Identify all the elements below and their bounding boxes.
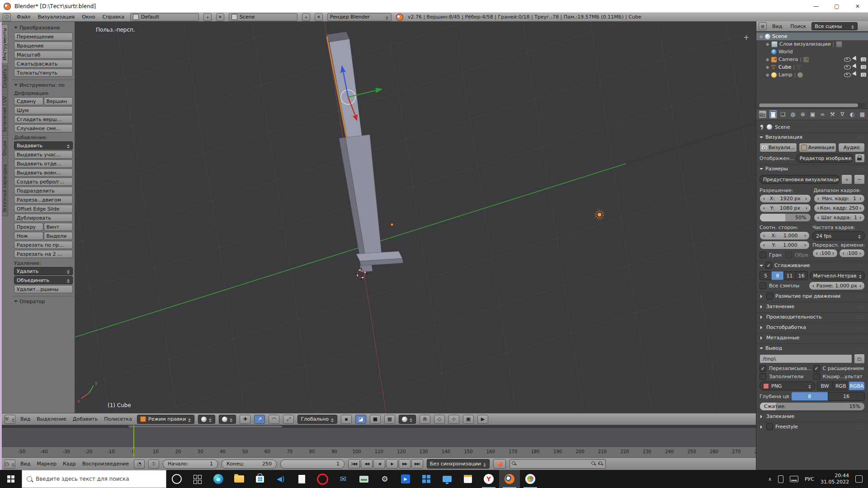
renderability-camera-icon[interactable] — [861, 73, 866, 77]
panel-header-Метаданные[interactable]: Метаданные:::: — [756, 333, 868, 342]
taskbar-icon-krita[interactable] — [520, 470, 541, 488]
panel-header-output[interactable]: Вывод:::: — [756, 343, 868, 352]
panel-header-Постобработка[interactable]: Постобработка:::: — [756, 323, 868, 332]
outliner-item-Camera[interactable]: ⊕Camera| — [756, 56, 868, 63]
panel-header-antialiasing[interactable]: Сглаживание:::: — [756, 261, 868, 270]
transform-orientation-dropdown[interactable]: Глобально — [297, 415, 337, 424]
outliner-menu-Поиск[interactable]: Поиск — [789, 23, 807, 29]
menu-Файл[interactable]: Файл — [15, 14, 32, 20]
shelf-tab[interactable]: Затенение / UV — [2, 93, 8, 136]
lamp-object[interactable] — [594, 209, 605, 220]
render-opengl-anim-icon[interactable]: ▶ — [477, 415, 488, 424]
prev-keyframe-button[interactable]: ◀◀ — [361, 459, 373, 469]
taskbar-icon-opera[interactable] — [312, 470, 333, 488]
visibility-eye-icon[interactable] — [844, 73, 851, 77]
filter-size-field[interactable]: Разме: 1.000 px — [809, 282, 865, 290]
properties-tab-object-data[interactable]: ∇ — [839, 110, 846, 118]
taskbar-icon-movies-tv[interactable]: ▶ — [395, 470, 416, 488]
tool-button[interactable]: Разреза...двигом — [14, 196, 73, 204]
sync-dropdown[interactable]: Без синхронизации — [427, 459, 490, 469]
properties-tab-texture[interactable]: ▦ — [859, 110, 866, 118]
crop-checkbox[interactable]: Обре — [785, 252, 809, 258]
occlude-geometry-icon[interactable]: ▦ — [384, 415, 395, 424]
properties-tab-world[interactable]: ⊕ — [799, 110, 807, 118]
tool-button[interactable]: Винт — [44, 223, 73, 231]
expand-icon[interactable]: ⊕ — [765, 57, 769, 62]
tool-button[interactable]: Перемещение — [14, 33, 73, 41]
notifications-icon[interactable] — [855, 475, 863, 483]
close-button[interactable]: ✕ — [847, 0, 868, 13]
selectability-cursor-icon[interactable] — [852, 63, 859, 71]
panel-checkbox[interactable] — [766, 293, 773, 300]
play-reverse-button[interactable]: ◀ — [373, 459, 385, 469]
file-extensions-checkbox[interactable]: С расширением — [813, 365, 865, 372]
aa-filter-dropdown[interactable]: Митчелл-Нетрав — [810, 271, 865, 280]
taskbar-icon-blue-tiles-app[interactable] — [416, 470, 437, 488]
file-format-dropdown[interactable]: PNG — [760, 381, 815, 390]
taskbar-icon-yandex-browser[interactable]: Y — [478, 470, 499, 488]
properties-tab-render-layers[interactable]: ❏ — [779, 110, 787, 118]
shelf-tab[interactable]: Инструменты — [2, 24, 8, 64]
taskbar-icon-file-explorer[interactable] — [229, 470, 250, 488]
screen-layout-selector[interactable]: Default — [130, 13, 199, 21]
add-region-plus-icon[interactable]: + — [743, 33, 749, 42]
timeline-playhead[interactable] — [133, 425, 134, 457]
aa-sample-5[interactable]: 5 — [760, 271, 772, 280]
outliner-item-Lamp[interactable]: ⊕Lamp| — [756, 71, 868, 79]
taskbar-icon-system-monitor[interactable] — [354, 470, 374, 488]
lock-interface-button[interactable] — [855, 154, 865, 163]
cache-result-checkbox[interactable]: Кэшир...ультат — [813, 373, 865, 380]
border-checkbox[interactable]: Гран — [760, 252, 783, 258]
keying-set-field[interactable]: ✕ — [509, 459, 606, 469]
language-indicator[interactable]: РУС — [805, 476, 814, 482]
playback-range-icon[interactable]: ◔ — [134, 460, 145, 469]
tool-button[interactable]: Сгладить верш... — [14, 115, 73, 123]
panel-header-Размытие при движении[interactable]: Размытие при движении:::: — [756, 291, 868, 300]
render-button[interactable]: Визуали... — [760, 143, 797, 152]
taskbar-icon-remote-app[interactable] — [437, 470, 458, 488]
tool-button[interactable]: Дублировать — [14, 214, 73, 222]
frame-end-field[interactable]: Кон. кадр:250 — [814, 204, 865, 212]
keyboard-icon[interactable] — [790, 476, 798, 482]
selectability-cursor-icon[interactable] — [852, 56, 859, 63]
manipulator-rotate-icon[interactable]: ◠ — [269, 415, 279, 424]
taskbar-icon-blender[interactable] — [499, 470, 520, 488]
channel-RGBA[interactable]: RGBA — [849, 381, 865, 390]
edge-select-icon[interactable]: ◪ — [355, 415, 366, 424]
aa-sample-11[interactable]: 11 — [783, 271, 796, 280]
editor-type-3dview-icon[interactable]: ⛨ — [5, 415, 15, 424]
next-keyframe-button[interactable]: ▶▶ — [399, 459, 410, 469]
renderability-camera-icon[interactable] — [861, 65, 866, 69]
delete-keyframe-icon[interactable]: ✕ — [598, 461, 604, 467]
viewport-shading-dropdown[interactable] — [198, 415, 215, 424]
snap-target-icon[interactable]: ⊹ — [448, 415, 459, 424]
taskbar-icon-notepad[interactable] — [291, 470, 312, 488]
timeline-menu-Кадр[interactable]: Кадр — [61, 461, 77, 467]
editor-type-timeline-icon[interactable]: ◷ — [5, 460, 15, 469]
clock[interactable]: 20:4431.05.2022 — [821, 473, 849, 485]
taskbar-icon-store[interactable] — [250, 470, 270, 488]
snap-element-icon[interactable]: ◇ — [434, 415, 445, 424]
manipulator-scale-icon[interactable]: ⤢ — [283, 415, 294, 424]
maximize-button[interactable]: ▢ — [826, 0, 847, 13]
taskbar-icon-mail[interactable]: ✉ — [333, 470, 354, 488]
tool-button[interactable]: Шум — [14, 106, 73, 114]
menu-Справка[interactable]: Справка — [101, 14, 125, 20]
expand-icon[interactable]: ⊖ — [759, 34, 763, 39]
render-engine-selector[interactable]: Рендер Blender — [327, 13, 392, 21]
snap-magnet-icon[interactable]: ⋒ — [420, 415, 430, 424]
render-presets-dropdown[interactable]: Предустановки визуализации — [760, 175, 840, 184]
aa-sample-8[interactable]: 8 — [771, 271, 783, 280]
pin-icon[interactable] — [760, 125, 764, 129]
properties-tab-render[interactable]: ◙ — [769, 110, 777, 118]
shelf-tab[interactable]: Опции — [2, 137, 8, 160]
taskbar-icon-task-view[interactable] — [187, 470, 208, 488]
tool-button[interactable]: Подразделить — [14, 187, 73, 195]
current-frame-field[interactable]: 1 — [280, 460, 344, 469]
add-preset-button[interactable]: ＋ — [841, 174, 852, 184]
audio-button[interactable]: Аудио — [838, 143, 865, 152]
resolution-scale-slider[interactable]: 50% — [760, 213, 811, 222]
aa-sample-16[interactable]: 16 — [795, 271, 807, 280]
timeline-menu-Вид[interactable]: Вид — [19, 461, 32, 467]
tool-button[interactable]: Сжать/расжать — [14, 60, 73, 68]
